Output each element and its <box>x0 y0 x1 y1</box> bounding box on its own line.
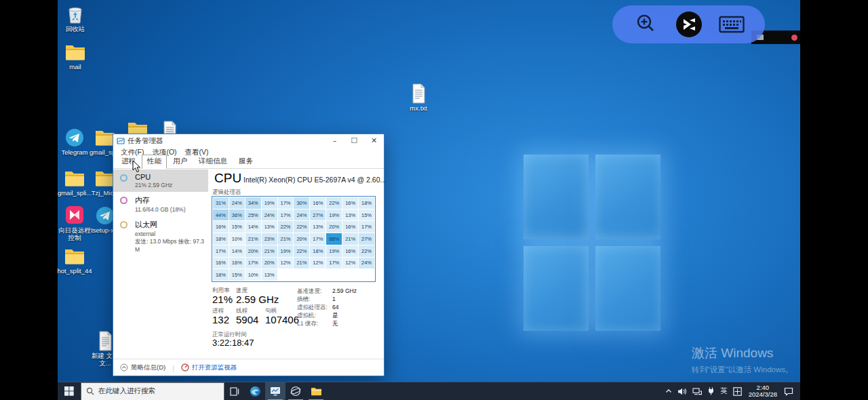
start-button[interactable] <box>58 382 81 400</box>
logical-processor-cell-42: 20% <box>245 245 261 257</box>
logical-processor-cell-43: 21% <box>262 245 277 257</box>
action-center-button[interactable] <box>781 382 800 400</box>
folder-icon <box>64 246 85 266</box>
edge-button[interactable] <box>245 382 265 400</box>
zoom-in-button[interactable] <box>633 11 660 38</box>
logical-processor-cell-52: 17% <box>245 258 261 269</box>
l1-cache-row: L1 缓存: 无 <box>297 320 378 328</box>
tray-date: 2024/3/28 <box>749 391 777 399</box>
remote-toolbar <box>612 5 765 43</box>
plugin-button[interactable] <box>705 382 717 400</box>
minimize-button[interactable]: – <box>325 134 344 147</box>
logical-processor-cell-0: 31% <box>213 197 229 209</box>
logical-processor-cell-11: 36% <box>229 209 245 221</box>
logical-processor-cell-26: 13% <box>310 221 326 233</box>
logical-processor-cell-31: 10% <box>229 233 245 245</box>
sockets-row: 插槽: 1 <box>297 296 378 304</box>
sidebar-item-memory[interactable]: 内存 11.6/64.0 GB (18%) <box>113 192 208 216</box>
titlebar[interactable]: 任务管理器 – ☐ ✕ <box>113 134 384 147</box>
logical-processor-cell-6: 16% <box>310 197 326 209</box>
handles-value: 107406 <box>265 314 299 325</box>
window-title: 任务管理器 <box>127 136 163 146</box>
tab-详细信息[interactable]: 详细信息 <box>193 155 233 168</box>
remote-desktop-button[interactable] <box>675 11 703 38</box>
logical-processor-cell-4: 17% <box>278 197 294 209</box>
ime-button[interactable] <box>730 382 745 400</box>
language-indicator[interactable]: 英 <box>717 386 730 396</box>
logical-processor-cell-50: 16% <box>213 258 229 269</box>
notification-icon <box>784 387 793 396</box>
uptime-value: 3:22:18:47 <box>212 338 254 348</box>
collapse-icon <box>120 363 128 372</box>
mouse-cursor <box>132 160 141 173</box>
task-manager-taskbar-button[interactable] <box>265 382 285 400</box>
task-view-button[interactable] <box>224 382 245 400</box>
logical-processor-cell-13: 24% <box>262 209 277 221</box>
ethernet-graph-icon <box>120 221 127 228</box>
taskbar-search-input[interactable]: 在此键入进行搜索 <box>81 382 224 400</box>
logical-processor-cell-29: 17% <box>359 221 374 233</box>
logical-processor-cell-39: 27% <box>359 233 374 245</box>
logical-processor-cell-44: 19% <box>278 245 294 257</box>
task-view-icon <box>230 387 240 396</box>
logical-processor-cell-27: 20% <box>326 221 342 233</box>
plug-icon <box>707 387 715 395</box>
memory-graph-icon <box>120 197 127 204</box>
folder-icon <box>64 42 86 62</box>
edge-icon <box>250 386 261 397</box>
ime-grid-icon <box>733 387 742 396</box>
keyboard-button[interactable] <box>718 11 745 38</box>
cpu-graph-icon <box>120 174 127 182</box>
util-value: 21% <box>212 294 233 305</box>
fewer-details-button[interactable]: 简略信息(D) <box>120 363 165 372</box>
logical-processor-cell-59: 24% <box>359 258 374 269</box>
volume-button[interactable] <box>675 382 690 400</box>
app-icon <box>117 137 125 145</box>
zoom-in-icon <box>634 12 658 37</box>
tab-用户[interactable]: 用户 <box>167 155 193 168</box>
remote-desktop-icon <box>675 11 703 38</box>
footer-separator: | <box>172 364 174 372</box>
icon-label: mail <box>58 64 93 71</box>
sidebar-item-ethernet[interactable]: 以太网 external 发送: 13.0 Mbps 接收: 97.3 M <box>113 216 208 256</box>
logical-processor-cell-60: 18% <box>213 269 229 281</box>
tray-expand-button[interactable] <box>663 382 675 400</box>
virtual-processors-row: 虚拟处理器: 64 <box>297 304 378 312</box>
tab-服务[interactable]: 服务 <box>233 155 258 168</box>
file-explorer-button[interactable] <box>306 382 326 400</box>
logical-processor-cell-25: 22% <box>294 221 309 233</box>
sunflower-icon <box>64 205 85 226</box>
performance-sidebar: CPU 21% 2.59 GHz 内存 11.6/64.0 GB (18%) 以… <box>113 169 208 359</box>
system-tray: 英 2:40 2024/3/28 <box>663 382 800 400</box>
logical-processor-cell-61: 15% <box>229 269 245 281</box>
cpu-panel: CPU Intel(R) Xeon(R) CPU E5-2697A v4 @ 2… <box>208 169 384 359</box>
clock[interactable]: 2:40 2024/3/28 <box>745 384 781 399</box>
cpu-panel-title: CPU <box>214 171 241 186</box>
logical-processor-cell-10: 44% <box>213 209 229 221</box>
tab-性能[interactable]: 性能 <box>142 155 167 169</box>
close-button[interactable]: ✕ <box>364 134 384 147</box>
processes-value: 132 <box>212 314 229 325</box>
desktop-icon-mail[interactable]: mail <box>58 42 93 71</box>
app-circle-button[interactable] <box>285 382 306 400</box>
logical-processor-cell-28: 16% <box>342 221 358 233</box>
maximize-button[interactable]: ☐ <box>344 134 364 147</box>
logical-processor-cell-55: 21% <box>294 258 309 269</box>
window-controls: – ☐ ✕ <box>325 134 384 147</box>
logical-processor-cell-9: 18% <box>359 197 374 209</box>
open-resource-monitor-link[interactable]: 打开资源监视器 <box>181 363 237 372</box>
logical-processor-cell-16: 27% <box>310 209 326 221</box>
desktop-icon-回收站[interactable]: 回收站 <box>58 4 93 33</box>
desktop-icon-hot_split_44[interactable]: hot_split_44 <box>57 246 92 275</box>
base-speed-row: 基准速度: 2.59 GHz <box>297 287 378 296</box>
taskbar: 在此键入进行搜索 <box>58 382 800 400</box>
icon-label: hot_split_44 <box>57 268 92 275</box>
keyboard-icon <box>719 15 745 34</box>
sidebar-item-cpu[interactable]: CPU 21% 2.59 GHz <box>113 169 208 192</box>
logical-processor-cell-37: 88% <box>326 233 342 245</box>
desktop-icon-mx-txt[interactable]: mx.txt <box>401 83 436 113</box>
network-button[interactable] <box>690 382 705 400</box>
logical-processor-cell-22: 14% <box>245 221 261 233</box>
screen: 激活 Windows 转到“设置”以激活 Windows。 回收站mailTel… <box>0 0 868 400</box>
logical-processor-cell-35: 20% <box>294 233 309 245</box>
